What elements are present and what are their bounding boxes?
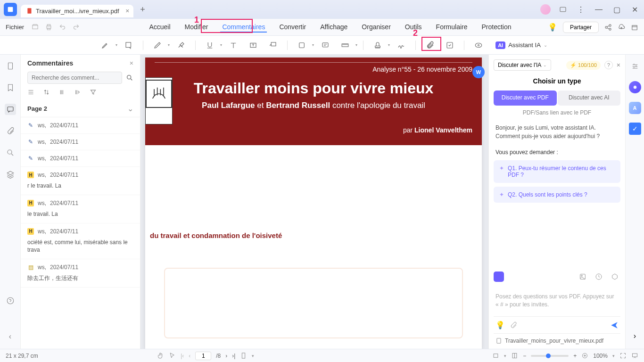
text-tool[interactable] [225, 38, 242, 52]
settings-small-icon[interactable] [609, 271, 620, 282]
form-tool[interactable] [441, 38, 458, 52]
fullscreen-icon[interactable] [619, 352, 627, 359]
zoom-in-icon[interactable]: + [573, 353, 577, 359]
filter-expand-icon[interactable] [58, 89, 66, 96]
ai-mode-dropdown[interactable]: Discuter avec l'IA⌄ [494, 59, 551, 71]
ai-tab-ai[interactable]: Discuter avec AI [558, 90, 621, 106]
comment-item[interactable]: ✎ws,2024/07/11 [21, 150, 140, 167]
collapse-right-icon[interactable]: › [629, 330, 641, 342]
hide-comments-tool[interactable] [470, 38, 487, 52]
word-export-badge[interactable]: W [472, 66, 485, 78]
comment-item[interactable]: Hws,2024/07/11r le travail. La [21, 167, 140, 195]
ai-tab-pdf[interactable]: Discuter avec PDF [494, 90, 557, 106]
textbox-tool[interactable] [245, 38, 262, 52]
bulb-icon[interactable]: 💡 [548, 23, 557, 32]
comment-item[interactable]: ✎ws,2024/07/11 [21, 134, 140, 150]
menu-commentaires[interactable]: Commentaires [220, 22, 267, 33]
share-link-icon[interactable] [604, 24, 612, 31]
search-icon[interactable] [126, 74, 133, 82]
menu-accueil[interactable]: Accueil [147, 22, 172, 33]
ai-context-file[interactable]: Travailler_moins_pour_vivre_mieux.pdf [494, 333, 620, 344]
menu-organiser[interactable]: Organiser [360, 22, 392, 33]
fit-width-icon[interactable] [492, 352, 499, 359]
window-minimize[interactable]: — [593, 4, 604, 15]
filter-sort-icon[interactable] [43, 89, 50, 96]
panel-settings-icon[interactable] [629, 60, 641, 73]
signature-tool[interactable] [393, 38, 410, 52]
ai-app-icon[interactable] [494, 272, 504, 282]
highlight-tool[interactable] [97, 38, 114, 52]
scroll-mode-icon[interactable] [240, 352, 247, 359]
document-viewer[interactable]: Analyse n°55 - 26 novembre 2009 Travaill… [140, 55, 488, 349]
layers-icon[interactable] [5, 169, 16, 180]
note-tool[interactable] [317, 38, 334, 52]
idea-icon[interactable]: 💡 [495, 321, 505, 329]
filter-list-icon[interactable] [27, 89, 34, 96]
filter-collapse-icon[interactable] [74, 89, 81, 96]
panel-close-button[interactable]: × [130, 59, 133, 67]
tab-close-button[interactable]: × [125, 7, 129, 15]
file-menu[interactable]: Fichier [6, 24, 24, 31]
hand-tool-icon[interactable] [157, 352, 164, 359]
page-section-header[interactable]: Page 2 ⌄ [21, 100, 140, 117]
filter-funnel-icon[interactable] [90, 89, 97, 96]
menu-affichage[interactable]: Affichage [318, 22, 349, 33]
page-number-input[interactable] [195, 352, 211, 360]
search-sidebar-icon[interactable] [5, 147, 16, 158]
new-tab-button[interactable]: + [137, 4, 149, 15]
menu-protection[interactable]: Protection [480, 22, 513, 33]
share-button[interactable]: Partager [563, 22, 599, 33]
eraser-tool[interactable] [173, 38, 190, 52]
presentation-icon[interactable] [631, 352, 638, 359]
window-maximize[interactable]: ▢ [611, 4, 622, 15]
menu-convertir[interactable]: Convertir [277, 22, 308, 33]
attachments-icon[interactable] [5, 125, 16, 137]
redo-icon[interactable] [73, 24, 80, 31]
attachment-tool[interactable] [421, 38, 438, 52]
check-icon[interactable]: ✓ [629, 123, 641, 135]
comments-search-input[interactable] [27, 72, 122, 84]
thumbnails-icon[interactable] [5, 60, 16, 72]
shape-tool[interactable] [293, 38, 310, 52]
ai-help-icon[interactable]: ? [604, 61, 613, 69]
zoom-out-icon[interactable]: − [523, 353, 526, 359]
ai-suggestion-1[interactable]: ✦Q1. Peux-tu résumer le contenu de ces P… [494, 160, 620, 183]
window-close[interactable]: ✕ [629, 4, 640, 15]
underline-tool[interactable] [201, 38, 218, 52]
ai-assistant-button[interactable]: AI Assistant IA ⌄ [495, 41, 547, 49]
comments-icon[interactable] [5, 104, 16, 115]
user-avatar[interactable] [540, 4, 551, 15]
ai-input-placeholder[interactable]: Posez des questions sur vos PDF. Appuyez… [494, 289, 620, 313]
ai-panel-close[interactable]: × [617, 61, 620, 69]
undo-icon[interactable] [59, 24, 66, 31]
open-icon[interactable] [32, 24, 39, 31]
measure-tool[interactable] [337, 38, 354, 52]
box-icon[interactable] [631, 24, 638, 31]
last-page-icon[interactable]: ›| [232, 353, 235, 359]
select-tool-icon[interactable] [169, 352, 176, 359]
zoom-slider[interactable] [531, 355, 569, 357]
reading-mode-icon[interactable] [511, 352, 518, 359]
send-button[interactable] [610, 321, 619, 329]
stamp-tool[interactable] [369, 38, 386, 52]
comment-item[interactable]: Hws,2024/07/11le travail. La [21, 195, 140, 223]
comment-item[interactable]: ▤ws,2024/07/11除去工作，生活还有 [21, 259, 140, 288]
ai-tokens-badge[interactable]: ⚡100/100 [566, 61, 601, 70]
app-logo[interactable] [4, 3, 17, 16]
ai-suggestion-2[interactable]: ✦Q2. Quels sont les points clés ? [494, 187, 620, 203]
cloud-icon[interactable] [618, 24, 625, 31]
bookmarks-icon[interactable] [5, 82, 16, 93]
prev-page-icon[interactable]: ‹ [189, 353, 190, 359]
fit-page-icon[interactable] [581, 352, 588, 359]
next-page-icon[interactable]: › [225, 353, 227, 359]
print-icon[interactable] [45, 24, 52, 31]
collapse-left-icon[interactable]: ‹ [5, 331, 16, 342]
help-icon[interactable] [5, 295, 16, 306]
first-page-icon[interactable]: |‹ [181, 353, 184, 359]
more-options-icon[interactable]: ⋮ [575, 4, 586, 15]
callout-tool[interactable] [264, 38, 281, 52]
menu-formulaire[interactable]: Formulaire [434, 22, 470, 33]
history-icon[interactable] [593, 271, 604, 282]
pencil-tool[interactable] [149, 38, 166, 52]
translate-icon[interactable]: A [629, 102, 641, 114]
